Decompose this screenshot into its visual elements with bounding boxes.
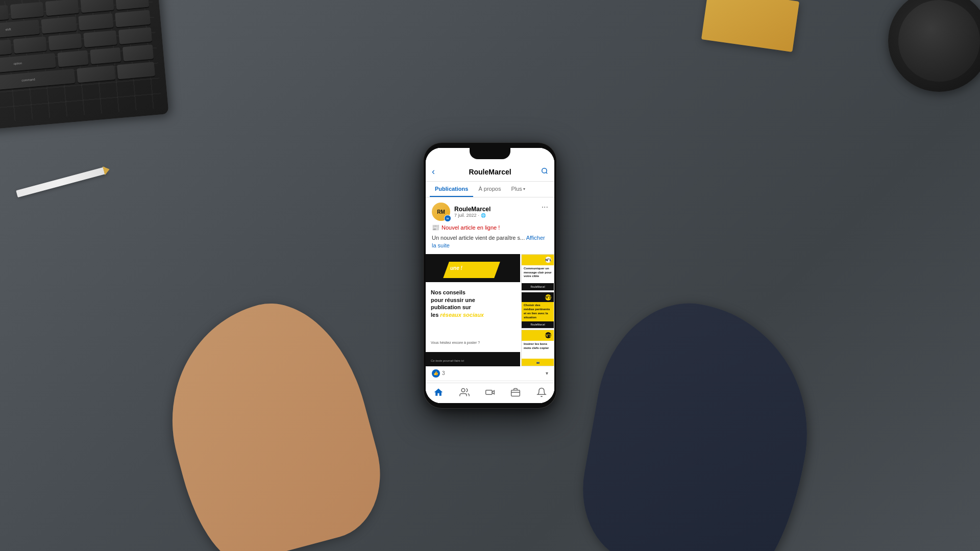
post-thumbnails: N°1 Communiquer un message clair pour vo… — [521, 254, 554, 366]
nav-videos[interactable] — [481, 386, 499, 401]
author-name: RouleMarcel — [454, 206, 491, 213]
thumb-body-2: Choisir des médias pertinents et en lien… — [522, 302, 554, 321]
svg-point-1 — [461, 389, 465, 392]
reactions-count: 👍 3 — [432, 369, 445, 378]
search-button[interactable] — [538, 167, 548, 176]
post-meta: 7 juil. 2022 · 🌐 — [454, 213, 491, 218]
body-text: Nos conseils pour réussir une publicatio… — [431, 289, 516, 319]
key: › — [0, 39, 12, 56]
tab-more[interactable]: Plus ▾ — [506, 182, 530, 197]
key — [122, 44, 154, 61]
newspaper-icon: 📰 — [432, 224, 439, 231]
post-image-container[interactable]: une ! Nos conseils pour réussir une publ… — [426, 254, 554, 366]
briefcase-icon — [510, 387, 521, 400]
key — [57, 50, 88, 67]
linkedin-header: ‹ RouleMarcel — [426, 162, 554, 182]
separator: · — [478, 213, 480, 218]
key — [80, 0, 114, 13]
chevron-down-icon: ▾ — [523, 187, 525, 191]
post-main-image[interactable]: une ! Nos conseils pour réussir une publ… — [426, 254, 520, 366]
svg-point-0 — [542, 168, 547, 173]
post-header: RM RouleMarcel 7 juil. 2022 · 🌐 — [426, 197, 554, 224]
svg-rect-2 — [486, 390, 493, 394]
bell-icon — [536, 387, 547, 400]
key — [48, 33, 82, 50]
key: command — [0, 69, 76, 91]
thumb-header-2: N°2 — [522, 292, 554, 303]
keyboard: shift › option command — [0, 0, 169, 131]
sub-text: Vous hésitez encore à poster ? — [431, 341, 480, 344]
post-text: Un nouvel article vient de paraître s...… — [426, 234, 554, 254]
bottom-text: Ce texte pourrait faire ici — [431, 359, 464, 362]
key — [117, 62, 155, 79]
phone-screen: ‹ RouleMarcel Publications À propos Plus… — [426, 148, 554, 403]
thumb-num-2: N°2 — [545, 294, 551, 300]
thumb-num-3: N°3 — [545, 332, 551, 338]
thumbnail-1[interactable]: N°1 Communiquer un message clair pour vo… — [521, 254, 554, 291]
thumb-card-2: N°2 Choisir des médias pertinents et en … — [522, 292, 554, 328]
back-button[interactable]: ‹ — [432, 166, 442, 177]
key: shift — [0, 19, 40, 39]
thumb-body-1: Communiquer un message clair pour votre … — [522, 265, 554, 283]
thumb-card-3: N°3 Insérer les bons mots clefs copier 📷 — [522, 330, 554, 366]
globe-icon: 🌐 — [481, 213, 486, 218]
feed-container[interactable]: RM RouleMarcel 7 juil. 2022 · 🌐 — [426, 197, 554, 403]
author-info: RouleMarcel 7 juil. 2022 · 🌐 — [454, 206, 491, 218]
post-notification: 📰 Nouvel article en ligne ! — [426, 224, 554, 234]
avatar: RM — [432, 203, 450, 221]
thumb-num-1: N°1 — [545, 257, 551, 263]
key — [13, 36, 47, 53]
nav-jobs[interactable] — [506, 386, 525, 401]
video-icon — [485, 387, 495, 400]
key — [45, 0, 79, 16]
post-card: RM RouleMarcel 7 juil. 2022 · 🌐 — [426, 197, 554, 397]
like-emoji: 👍 — [432, 369, 440, 378]
thumb-footer-3: 📷 — [522, 359, 554, 366]
design-card-main: une ! Nos conseils pour réussir une publ… — [426, 254, 520, 366]
phone-wrapper: ‹ RouleMarcel Publications À propos Plus… — [424, 143, 556, 408]
key — [77, 65, 115, 83]
key — [115, 10, 151, 27]
key — [83, 30, 117, 47]
reactions-dropdown[interactable]: ▾ — [546, 370, 548, 376]
reactions-bar: 👍 3 ▾ — [426, 366, 554, 381]
thumb-header-3: N°3 — [522, 330, 554, 341]
tab-apropos[interactable]: À propos — [473, 182, 506, 197]
post-author: RM RouleMarcel 7 juil. 2022 · 🌐 — [432, 203, 491, 221]
nav-notifications[interactable] — [532, 386, 551, 401]
thumb-body-3: Insérer les bons mots clefs copier — [522, 341, 554, 359]
thumbnail-3[interactable]: N°3 Insérer les bons mots clefs copier 📷 — [521, 330, 554, 366]
bottom-nav — [426, 383, 554, 403]
key — [115, 0, 149, 10]
key — [78, 13, 114, 31]
svg-rect-3 — [511, 390, 520, 396]
screen-content: ‹ RouleMarcel Publications À propos Plus… — [426, 148, 554, 403]
thumb-footer-1: RouleMarcel — [522, 283, 554, 290]
phone: ‹ RouleMarcel Publications À propos Plus… — [424, 143, 556, 408]
thumb-footer-2: RouleMarcel — [522, 321, 554, 328]
tabs-bar: Publications À propos Plus ▾ — [426, 182, 554, 197]
network-icon — [459, 387, 470, 400]
thumb-header-1: N°1 — [522, 255, 554, 265]
thumb-card-1: N°1 Communiquer un message clair pour vo… — [522, 255, 554, 290]
linkedin-badge — [444, 215, 451, 222]
thumbnail-2[interactable]: N°2 Choisir des médias pertinents et en … — [521, 292, 554, 329]
home-icon — [433, 387, 444, 400]
phone-notch — [470, 148, 510, 159]
page-title: RouleMarcel — [442, 168, 538, 176]
key — [90, 47, 121, 64]
post-menu-button[interactable]: ··· — [542, 203, 548, 212]
une-text: une ! — [450, 265, 462, 271]
nav-home[interactable] — [429, 386, 448, 401]
tab-publications[interactable]: Publications — [430, 182, 473, 197]
key — [0, 5, 9, 22]
key — [10, 2, 44, 19]
nav-network[interactable] — [455, 386, 474, 401]
key — [118, 27, 152, 44]
key — [41, 16, 77, 34]
